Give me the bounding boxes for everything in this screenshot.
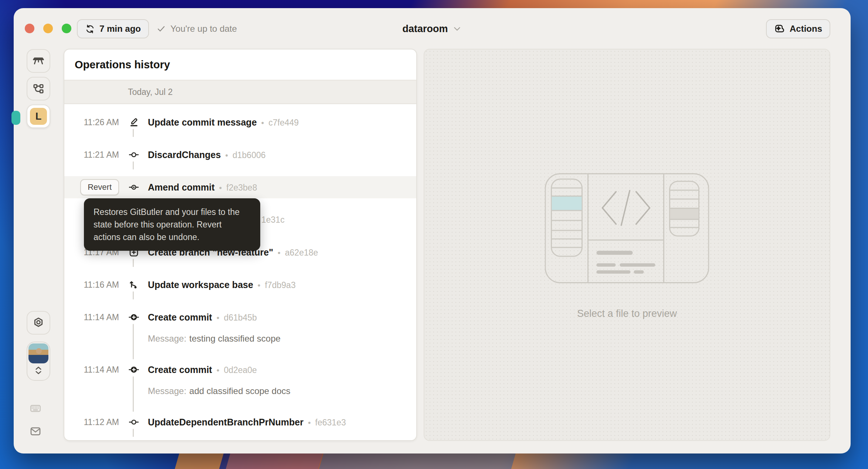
operation-time: 11:14 AM: [75, 312, 119, 322]
operation-row[interactable]: 11:14 AMCreate commit•0d2ea0e: [64, 353, 416, 386]
operation-time: 11:21 AM: [75, 150, 119, 160]
minimize-button[interactable]: [43, 24, 53, 33]
gear-icon: [32, 316, 45, 329]
operation-time-cell: 11:14 AM: [75, 365, 119, 375]
commit-icon: [126, 149, 142, 160]
commit-hash: c7fe449: [268, 118, 299, 128]
operations-header: Operations history: [64, 49, 416, 81]
bullet-separator: •: [308, 418, 311, 428]
operation-time-cell: 11:12 AM: [75, 417, 119, 427]
operation-label: Create commit: [148, 312, 212, 323]
operation-main: UpdateDependentBranchPrNumber•fe631e3: [148, 417, 346, 428]
status-label: You're up to date: [170, 24, 237, 34]
zoom-button[interactable]: [62, 24, 71, 33]
page-title: Operations history: [75, 59, 170, 71]
timeline-connector: [133, 291, 134, 299]
sidebar-rail: L: [14, 49, 64, 453]
project-name: dataroom: [402, 23, 448, 35]
operation-row[interactable]: 11:12 AMUpdateDependentBranchPrNumber•fe…: [64, 406, 416, 438]
date-label: Today, Jul 2: [64, 87, 173, 97]
sidebar-item-workbench[interactable]: [27, 49, 50, 73]
actions-button[interactable]: Actions: [766, 19, 830, 38]
operation-main: Update commit message•c7fe449: [148, 117, 299, 128]
file-preview-panel: Select a file to preview: [424, 49, 830, 441]
sidebar-item-branches[interactable]: [27, 77, 50, 100]
gitbutler-window: 7 min ago You're up to date dataroom Act…: [14, 8, 851, 453]
project-avatar: L: [30, 108, 47, 125]
user-avatar: [28, 343, 48, 363]
message-value: add classified scope docs: [189, 386, 291, 396]
bullet-separator: •: [258, 281, 261, 290]
feedback-mail-button[interactable]: [30, 425, 41, 437]
amend-icon: [126, 182, 142, 193]
operation-main: Update workspace base•f7db9a3: [148, 280, 296, 290]
operation-row[interactable]: 11:21 AMDiscardChanges•d1b6006: [64, 138, 416, 171]
operation-time-cell: Revert: [75, 179, 119, 195]
bullet-separator: •: [261, 118, 264, 128]
commit-plus-icon: [126, 312, 142, 323]
bullet-separator: •: [225, 151, 228, 160]
project-selector[interactable]: dataroom: [402, 19, 462, 38]
chevron-down-icon: [452, 24, 462, 34]
bullet-separator: •: [217, 313, 220, 323]
timeline-connector: [133, 129, 134, 137]
file-preview-illustration: [545, 173, 709, 283]
sync-label: 7 min ago: [99, 24, 141, 34]
actions-label: Actions: [790, 24, 822, 34]
commit-hash: f2e3be8: [226, 183, 257, 193]
bullet-separator: •: [219, 183, 222, 193]
message-label: Message:: [148, 386, 186, 396]
timeline-connector: [133, 429, 134, 437]
operation-time-cell: 11:14 AM: [75, 312, 119, 322]
sidebar-item-project[interactable]: L: [27, 105, 50, 128]
operation-label: UpdateDependentBranchPrNumber: [148, 417, 304, 428]
commit-message: Message:testing classified scope: [64, 333, 416, 353]
operation-label: Update workspace base: [148, 280, 253, 290]
operation-main: Create commit•0d2ea0e: [148, 364, 257, 375]
branch-graph-icon: [32, 82, 45, 95]
commit-hash-fragment: 1e31c: [261, 215, 285, 225]
operation-row[interactable]: 11:26 AMUpdate commit message•c7fe449: [64, 106, 416, 138]
commit-hash: d1b6006: [233, 150, 266, 160]
date-group-header: Today, Jul 2: [64, 81, 416, 104]
operation-row[interactable]: 11:14 AMCreate commit•d61b45b: [64, 301, 416, 333]
operation-main: Amend commit•f2e3be8: [148, 182, 257, 193]
commit-message: Message:add classified scope docs: [64, 386, 416, 406]
timeline-connector: [133, 161, 134, 170]
commit-hash: 0d2ea0e: [224, 365, 257, 375]
close-button[interactable]: [25, 24, 34, 33]
check-icon: [156, 24, 166, 34]
operation-row[interactable]: 11:16 AMUpdate workspace base•f7db9a3: [64, 268, 416, 301]
commit-plus-icon: [126, 364, 142, 375]
chevrons-up-down-icon: [33, 365, 44, 376]
bullet-separator: •: [217, 366, 220, 375]
operation-main: DiscardChanges•d1b6006: [148, 150, 266, 160]
operation-time-cell: 11:26 AM: [75, 117, 119, 127]
operations-list: 11:26 AMUpdate commit message•c7fe44911:…: [64, 104, 416, 438]
edit-icon: [126, 117, 142, 128]
operations-history-panel: Operations history Today, Jul 2 11:26 AM…: [64, 49, 417, 441]
operation-time: 11:12 AM: [75, 417, 119, 427]
up-to-date-status: You're up to date: [156, 19, 237, 38]
sync-button[interactable]: 7 min ago: [77, 19, 149, 38]
operation-label: DiscardChanges: [148, 150, 221, 160]
user-menu[interactable]: [27, 342, 50, 381]
commit-hash: d61b45b: [224, 313, 257, 323]
operation-time: 11:26 AM: [75, 117, 119, 127]
keyboard-shortcuts-button[interactable]: [30, 403, 41, 414]
revert-button[interactable]: Revert: [80, 179, 119, 195]
titlebar: 7 min ago You're up to date dataroom Act…: [14, 8, 851, 49]
settings-button[interactable]: [27, 311, 50, 335]
traffic-lights: [25, 24, 71, 33]
operation-time: 11:14 AM: [75, 365, 119, 375]
commit-icon: [126, 417, 142, 428]
workspace-base-icon: [126, 279, 142, 290]
operation-label: Create commit: [148, 364, 212, 375]
sync-icon: [85, 24, 95, 34]
workbench-icon: [32, 55, 45, 67]
commit-hash: a62e18e: [285, 248, 318, 258]
operation-main: Create commit•d61b45b: [148, 312, 257, 323]
message-label: Message:: [148, 333, 186, 344]
bullet-separator: •: [278, 248, 281, 258]
commit-hash: fe631e3: [315, 418, 346, 428]
